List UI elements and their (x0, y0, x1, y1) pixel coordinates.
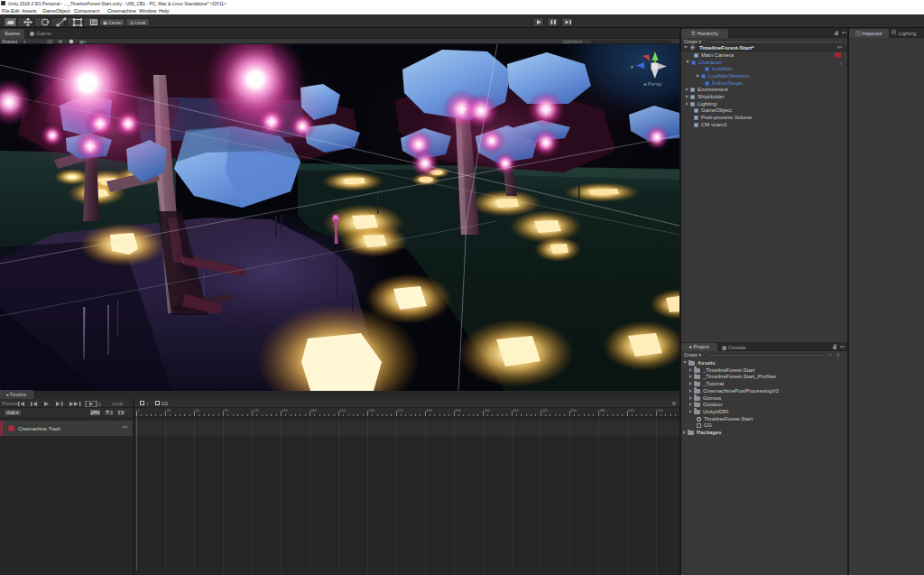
svg-text:z: z (631, 64, 633, 70)
svg-text:0: 0 (98, 402, 101, 407)
svg-text:◂ Persp: ◂ Persp (643, 81, 662, 87)
